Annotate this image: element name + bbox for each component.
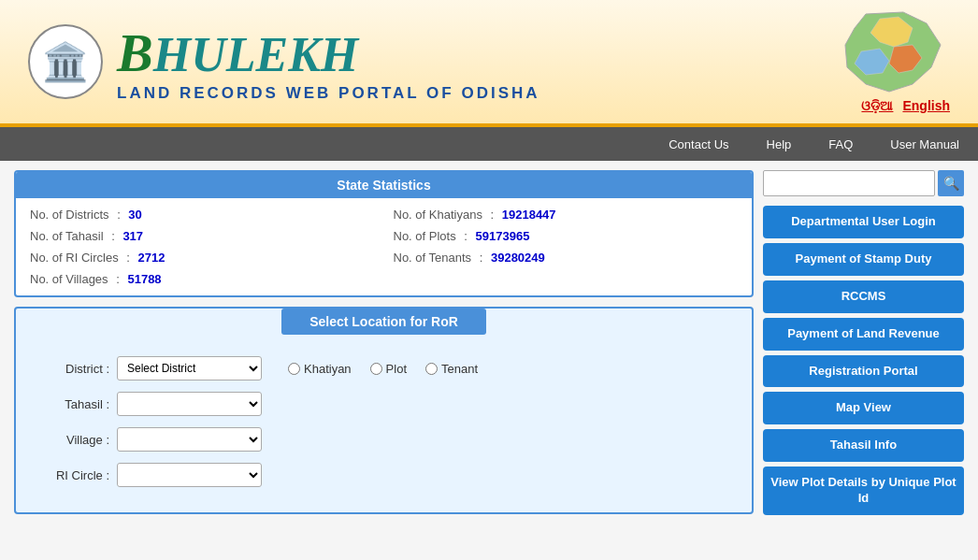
language-switcher: ଓଡ଼ିଆ English [861,98,950,114]
emblem-logo: 🏛️ [28,24,103,99]
radio-group: Khatiyan Plot Tenant [288,362,478,376]
search-input[interactable] [763,170,935,196]
ri-circle-select[interactable] [117,463,262,487]
ror-village-row: Village : [35,427,733,452]
stat-label-ri-circles: No. of RI Circles [30,251,119,265]
ror-tahasil-label: Tahasil : [35,397,109,411]
stat-tenants: No. of Tenants : 39280249 [394,251,739,265]
map-view-button[interactable]: Map View [763,392,964,424]
tahasil-info-button[interactable]: Tahasil Info [763,429,964,462]
search-button[interactable]: 🔍 [938,170,964,196]
navbar: Contact Us Help FAQ User Manual [0,127,978,161]
radio-plot-label: Plot [386,362,407,376]
ror-district-row: District : Select District Khatiyan Plot [35,356,733,381]
stat-plots: No. of Plots : 59173965 [394,229,739,243]
stats-header: State Statistics [16,172,752,198]
nav-user-manual[interactable]: User Manual [890,137,959,151]
stat-value-khatiyans: 19218447 [502,208,556,222]
ror-village-label: Village : [35,433,109,447]
stat-value-tahasil: 317 [122,229,143,243]
stat-label-villages: No. of Villages [30,272,108,286]
ror-ri-row: RI Circle : [35,463,733,487]
lang-english[interactable]: English [902,98,950,114]
tahasil-select[interactable] [117,392,262,416]
stat-value-plots: 59173965 [476,229,530,243]
radio-khatiyan-input[interactable] [288,363,300,375]
search-row: 🔍 [763,170,964,196]
bhulekh-logo: BHULEKH [117,22,540,84]
stat-value-ri-circles: 2712 [137,251,165,265]
ror-district-label: District : [35,362,109,376]
stat-value-villages: 51788 [127,272,161,286]
nav-faq[interactable]: FAQ [828,137,853,151]
ror-ri-label: RI Circle : [35,468,109,482]
stat-label-districts: No. of Districts [30,208,109,222]
stat-districts: No. of Districts : 30 [30,208,375,222]
stat-value-tenants: 39280249 [491,251,545,265]
lang-odia[interactable]: ଓଡ଼ିଆ [861,98,893,114]
stat-ri-circles: No. of RI Circles : 2712 [30,251,375,265]
registration-portal-button[interactable]: Registration Portal [763,355,964,388]
radio-tenant-label: Tenant [441,362,478,376]
stats-grid: No. of Districts : 30 No. of Khatiyans :… [16,198,752,295]
ror-content: District : Select District Khatiyan Plot [16,342,752,512]
radio-khatiyan-label: Khatiyan [304,362,352,376]
left-panel: State Statistics No. of Districts : 30 N… [14,170,754,515]
radio-khatiyan[interactable]: Khatiyan [288,362,352,376]
header-title-block: BHULEKH LAND RECORDS WEB PORTAL OF ODISH… [117,22,540,103]
nav-contact-us[interactable]: Contact Us [669,137,728,151]
ror-box: Select Location for RoR District : Selec… [14,307,754,514]
stat-villages: No. of Villages : 51788 [30,272,375,286]
stat-khatiyans: No. of Khatiyans : 19218447 [394,208,739,222]
portal-subtitle: LAND RECORDS WEB PORTAL OF ODISHA [117,84,540,103]
dept-user-login-button[interactable]: Departmental User Login [763,206,964,238]
main-content: State Statistics No. of Districts : 30 N… [0,161,978,524]
stats-box: State Statistics No. of Districts : 30 N… [14,170,754,297]
stat-label-plots: No. of Plots [394,229,456,243]
nav-help[interactable]: Help [767,137,792,151]
page-header: 🏛️ BHULEKH LAND RECORDS WEB PORTAL OF OD… [0,0,978,127]
ror-tahasil-row: Tahasil : [35,392,733,416]
stat-tahasil: No. of Tahasil : 317 [30,229,375,243]
view-plot-details-button[interactable]: View Plot Details by Unique Plot Id [763,467,964,515]
stat-label-tenants: No. of Tenants [394,251,472,265]
payment-land-revenue-button[interactable]: Payment of Land Revenue [763,318,964,351]
ror-header: Select Location for RoR [281,309,486,335]
radio-plot-input[interactable] [370,363,382,375]
radio-tenant-input[interactable] [425,363,438,375]
stat-label-tahasil: No. of Tahasil [30,229,104,243]
district-select[interactable]: Select District [117,356,262,381]
radio-plot[interactable]: Plot [370,362,407,376]
right-panel: 🔍 Departmental User Login Payment of Sta… [763,170,964,515]
village-select[interactable] [117,427,262,452]
payment-stamp-duty-button[interactable]: Payment of Stamp Duty [763,243,964,276]
stat-value-districts: 30 [128,208,141,222]
rccms-button[interactable]: RCCMS [763,280,964,313]
header-right: ଓଡ଼ିଆ English [838,9,950,114]
header-left: 🏛️ BHULEKH LAND RECORDS WEB PORTAL OF OD… [28,22,540,103]
radio-tenant[interactable]: Tenant [425,362,478,376]
odisha-map [838,9,950,93]
stat-label-khatiyans: No. of Khatiyans [394,208,482,222]
